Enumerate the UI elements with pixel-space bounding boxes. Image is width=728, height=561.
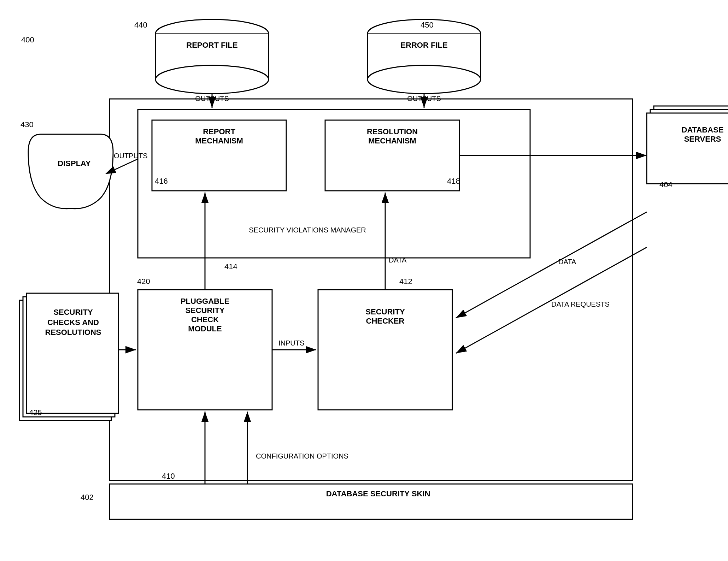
ref-414: 414 — [224, 262, 237, 271]
svg-rect-11 — [647, 113, 728, 184]
security-violations-manager-label: SECURITY VIOLATIONS MANAGER — [226, 226, 389, 234]
data-label-db: DATA — [558, 258, 576, 266]
ref-402: 402 — [81, 493, 94, 502]
ref-430: 430 — [20, 120, 34, 129]
svg-point-17 — [155, 65, 269, 94]
security-checks-label: SECURITYCHECKS ANDRESOLUTIONS — [29, 307, 117, 338]
ref-410: 410 — [162, 472, 175, 481]
ref-425: 425 — [29, 408, 42, 417]
diagram: 400 REPORT FILE 440 ERROR FILE 450 OUTPU… — [0, 0, 728, 561]
pluggable-security-label: PLUGGABLESECURITYCHECKMODULE — [141, 297, 269, 333]
svg-rect-10 — [650, 110, 728, 180]
report-mechanism-label: REPORTMECHANISM — [155, 127, 283, 146]
data-label-checker: DATA — [389, 256, 406, 264]
outputs-error-label: OUTPUTS — [399, 95, 449, 103]
report-file-label: REPORT FILE — [173, 41, 251, 50]
data-requests-label: DATA REQUESTS — [551, 300, 610, 308]
configuration-options-label: CONFIGURATION OPTIONS — [253, 452, 352, 460]
svg-point-21 — [368, 65, 481, 94]
ref-412: 412 — [399, 277, 412, 286]
outputs-display-label: OUTPUTS — [114, 152, 148, 160]
outputs-report-label: OUTPUTS — [187, 95, 237, 103]
svg-rect-3 — [110, 99, 633, 480]
ref-416: 416 — [155, 177, 168, 186]
error-file-label: ERROR FILE — [385, 41, 463, 50]
ref-440: 440 — [134, 20, 147, 30]
security-checker-label: SECURITYCHECKER — [322, 307, 449, 326]
display-label: DISPLAY — [32, 159, 117, 168]
inputs-label: INPUTS — [278, 339, 304, 347]
database-servers-label: DATABASESERVERS — [651, 125, 728, 144]
ref-420: 420 — [137, 277, 150, 286]
svg-line-25 — [115, 159, 138, 170]
ref-418: 418 — [447, 177, 460, 186]
ref-450: 450 — [421, 20, 434, 30]
database-security-skin-label: DATABASE SECURITY SKIN — [134, 489, 622, 498]
resolution-mechanism-label: RESOLUTIONMECHANISM — [329, 127, 456, 146]
svg-rect-22 — [368, 34, 480, 35]
ref-400: 400 — [21, 35, 34, 45]
svg-rect-18 — [156, 34, 268, 35]
ref-404: 404 — [659, 180, 673, 189]
